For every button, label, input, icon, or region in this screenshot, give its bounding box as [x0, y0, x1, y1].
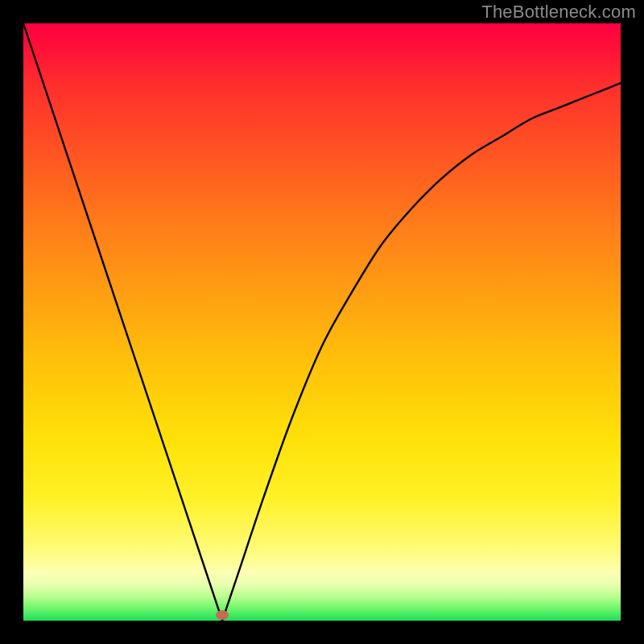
minimum-marker [216, 610, 229, 620]
bottleneck-curve [23, 23, 621, 621]
chart-frame: TheBottleneck.com [0, 0, 644, 644]
watermark-text: TheBottleneck.com [481, 2, 636, 23]
plot-area [23, 23, 621, 621]
